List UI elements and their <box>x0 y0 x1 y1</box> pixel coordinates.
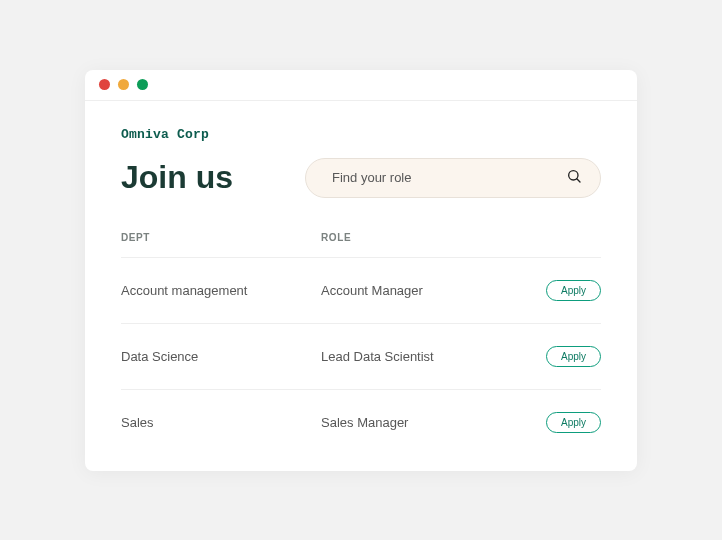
apply-button[interactable]: Apply <box>546 280 601 301</box>
window-titlebar <box>85 70 637 100</box>
cell-role: Lead Data Scientist <box>321 349 521 364</box>
brand-name: Omniva Corp <box>121 127 601 142</box>
column-header-role: ROLE <box>321 232 521 257</box>
maximize-icon[interactable] <box>137 79 148 90</box>
cell-dept: Account management <box>121 283 321 298</box>
cell-action: Apply <box>546 280 601 301</box>
table-row: Account management Account Manager Apply <box>121 258 601 324</box>
svg-line-1 <box>577 178 580 181</box>
table-header-row: DEPT ROLE <box>121 232 601 258</box>
cell-action: Apply <box>546 346 601 367</box>
column-header-dept: DEPT <box>121 232 321 257</box>
apply-button[interactable]: Apply <box>546 346 601 367</box>
cell-role: Account Manager <box>321 283 521 298</box>
cell-role: Sales Manager <box>321 415 521 430</box>
cell-action: Apply <box>546 412 601 433</box>
search-input[interactable] <box>332 170 554 185</box>
apply-button[interactable]: Apply <box>546 412 601 433</box>
jobs-table: DEPT ROLE Account management Account Man… <box>121 232 601 437</box>
table-row: Sales Sales Manager Apply <box>121 390 601 437</box>
close-icon[interactable] <box>99 79 110 90</box>
cell-dept: Sales <box>121 415 321 430</box>
app-window: Omniva Corp Join us DEPT ROLE Account ma… <box>85 70 637 471</box>
content-area: Omniva Corp Join us DEPT ROLE Account ma… <box>85 101 637 471</box>
page-title: Join us <box>121 159 233 196</box>
column-header-action <box>521 237 601 251</box>
cell-dept: Data Science <box>121 349 321 364</box>
search-icon <box>566 168 582 188</box>
minimize-icon[interactable] <box>118 79 129 90</box>
search-field[interactable] <box>305 158 601 198</box>
header-row: Join us <box>121 158 601 198</box>
table-row: Data Science Lead Data Scientist Apply <box>121 324 601 390</box>
